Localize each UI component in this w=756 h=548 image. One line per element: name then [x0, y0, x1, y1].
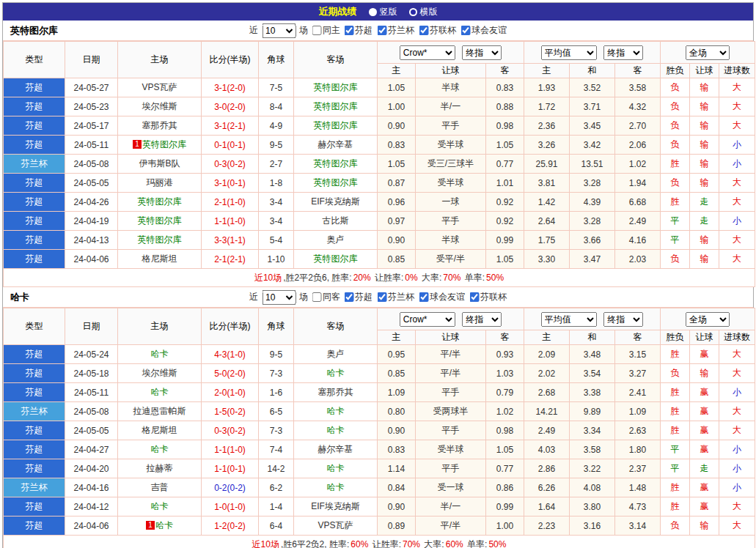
score-cell[interactable]: 0-1(0-1)	[202, 136, 259, 155]
score-cell[interactable]: 2-1(1-0)	[202, 193, 259, 212]
team-link[interactable]: 埃尔维斯	[142, 101, 177, 111]
team-link[interactable]: 英特图尔库	[314, 158, 358, 169]
team-link[interactable]: 英特图尔库	[314, 82, 358, 92]
team-link[interactable]: 吉普	[151, 482, 169, 492]
team-link[interactable]: 拉赫蒂	[147, 463, 173, 473]
score-cell[interactable]: 1-5(0-2)	[202, 402, 259, 421]
league-filter-checkbox[interactable]	[377, 26, 386, 35]
team-link[interactable]: 哈卡	[327, 406, 345, 416]
same-venue-filter[interactable]: 同客	[312, 291, 340, 303]
scope-select[interactable]: 全场	[686, 312, 730, 327]
team-link[interactable]: 英特图尔库	[138, 234, 182, 245]
scope-select[interactable]: 全场	[686, 45, 730, 60]
score-cell[interactable]: 3-1(0-1)	[202, 174, 259, 193]
score-cell[interactable]: 3-1(2-0)	[202, 78, 259, 97]
team-link[interactable]: 英特图尔库	[138, 196, 182, 207]
team-link[interactable]: 英特图尔库	[314, 177, 358, 188]
team-link[interactable]: 格尼斯坦	[142, 425, 177, 435]
team-link[interactable]: VPS瓦萨	[142, 82, 177, 92]
score-cell[interactable]: 2-0(1-0)	[202, 383, 259, 402]
bookmaker-select[interactable]: Crow*	[400, 312, 455, 327]
recent-count-select[interactable]: 10	[262, 23, 296, 38]
team-link[interactable]: 伊韦斯B队	[139, 158, 180, 169]
score-cell[interactable]: 3-3(1-1)	[202, 231, 259, 250]
league-filter-checkbox[interactable]	[469, 292, 479, 302]
same-venue-checkbox[interactable]	[312, 26, 321, 35]
score-cell[interactable]: 3-0(2-0)	[202, 97, 259, 116]
team-link[interactable]: 英特图尔库	[142, 139, 186, 149]
corner-cell: 6-4	[259, 516, 294, 536]
league-filter-checkbox[interactable]	[460, 26, 470, 35]
team-link[interactable]: 塞那乔其	[318, 387, 353, 397]
score-cell[interactable]: 1-1(0-1)	[202, 459, 259, 478]
average-select[interactable]: 平均值	[541, 45, 597, 60]
league-filter[interactable]: 芬兰杯	[377, 24, 414, 37]
average-select[interactable]: 平均值	[541, 312, 597, 327]
team-link[interactable]: 哈卡	[327, 482, 345, 492]
score-cell[interactable]: 1-0(1-0)	[202, 497, 259, 516]
league-filter-checkbox[interactable]	[344, 292, 353, 302]
team-link[interactable]: EIF埃克纳斯	[311, 196, 360, 207]
handicap-home-odds: 0.90	[378, 497, 416, 516]
score-cell[interactable]: 0-3(0-2)	[202, 155, 259, 174]
team-link[interactable]: 拉迪恩雷帕斯	[133, 406, 186, 416]
league-filter-checkbox[interactable]	[377, 292, 386, 302]
league-filter[interactable]: 芬兰杯	[377, 291, 414, 303]
league-filter[interactable]: 芬联杯	[419, 24, 456, 37]
league-filter[interactable]: 球会友谊	[419, 291, 465, 303]
layout-radio-horizontal[interactable]: 横版	[409, 6, 438, 18]
team-link[interactable]: 赫尔辛基	[318, 444, 353, 454]
team-link[interactable]: 古比斯	[323, 215, 349, 226]
league-filter-checkbox[interactable]	[419, 292, 428, 302]
score-cell[interactable]: 5-0(2-0)	[202, 364, 259, 383]
team-link[interactable]: 哈卡	[151, 444, 169, 454]
final-odds-select[interactable]: 终指	[603, 312, 643, 327]
team-link[interactable]: 奥卢	[327, 234, 345, 245]
team-link[interactable]: 哈卡	[327, 463, 345, 473]
bookmaker-select[interactable]: Crow*	[400, 45, 455, 60]
team-link[interactable]: 英特图尔库	[138, 215, 182, 226]
score-cell[interactable]: 3-1(2-1)	[202, 116, 259, 136]
final-odds-select[interactable]: 终指	[462, 312, 502, 327]
team-link[interactable]: 玛丽港	[147, 177, 173, 188]
score-cell[interactable]: 1-1(1-0)	[202, 440, 259, 459]
league-filter-checkbox[interactable]	[419, 26, 428, 35]
team-link[interactable]: 哈卡	[151, 349, 169, 359]
team-link[interactable]: 哈卡	[151, 501, 169, 511]
league-filter[interactable]: 芬超	[344, 24, 373, 37]
score-cell[interactable]: 0-3(0-2)	[202, 421, 259, 440]
team-link[interactable]: 格尼斯坦	[142, 253, 177, 264]
final-odds-select[interactable]: 终指	[462, 45, 502, 60]
team-link[interactable]: VPS瓦萨	[318, 520, 353, 530]
score-cell[interactable]: 2-1(2-1)	[202, 250, 259, 269]
team-link[interactable]: 哈卡	[151, 387, 169, 397]
team-link[interactable]: 哈卡	[327, 425, 345, 435]
team-link[interactable]: EIF埃克纳斯	[311, 501, 360, 511]
final-odds-select[interactable]: 终指	[603, 45, 643, 60]
team-link[interactable]: 塞那乔其	[142, 120, 177, 130]
avg-home-odds: 3.81	[524, 174, 570, 193]
same-venue-filter[interactable]: 同主	[312, 24, 340, 37]
avg-home-odds: 2.86	[524, 459, 570, 478]
score-cell[interactable]: 0-2(0-2)	[202, 478, 259, 497]
score-cell[interactable]: 4-3(1-0)	[202, 345, 259, 364]
team-link[interactable]: 哈卡	[327, 368, 345, 378]
team-link[interactable]: 赫尔辛基	[318, 139, 353, 149]
league-filter[interactable]: 球会友谊	[460, 24, 507, 37]
layout-radio-vertical[interactable]: 竖版	[369, 6, 397, 18]
col-away: 客场	[294, 42, 378, 78]
league-filter[interactable]: 芬超	[344, 291, 373, 303]
team-link[interactable]: 英特图尔库	[314, 101, 358, 111]
league-filter-checkbox[interactable]	[344, 26, 353, 35]
team-link[interactable]: 英特图尔库	[314, 120, 358, 130]
team-link[interactable]: 哈卡	[155, 520, 173, 530]
score-cell[interactable]: 1-1(1-0)	[202, 212, 259, 231]
recent-count-select[interactable]: 10	[262, 290, 296, 305]
corner-cell: 1-4	[259, 497, 294, 516]
same-venue-checkbox[interactable]	[312, 292, 321, 302]
team-link[interactable]: 英特图尔库	[314, 253, 358, 264]
team-link[interactable]: 埃尔维斯	[142, 368, 177, 378]
league-filter[interactable]: 芬联杯	[469, 291, 507, 303]
team-link[interactable]: 奥卢	[327, 349, 345, 359]
score-cell[interactable]: 1-2(0-2)	[202, 516, 259, 536]
